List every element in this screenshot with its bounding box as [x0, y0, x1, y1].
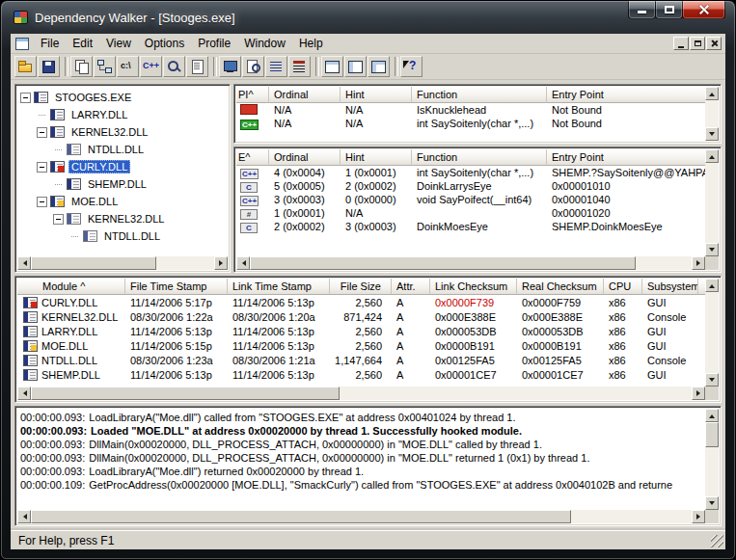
column-header-file-time[interactable]: File Time Stamp — [125, 279, 228, 295]
scroll-right-button[interactable] — [692, 510, 705, 523]
scroll-right-button[interactable] — [692, 387, 705, 400]
scroll-down-button[interactable] — [705, 373, 719, 387]
column-header-attr[interactable]: Attr. — [392, 279, 430, 295]
pane-layout-3-button[interactable] — [368, 56, 390, 77]
column-header-function[interactable]: Function — [412, 149, 547, 166]
scroll-up-button[interactable] — [705, 279, 719, 292]
open-button[interactable] — [14, 56, 37, 77]
scroll-track[interactable] — [705, 447, 719, 496]
scroll-track[interactable] — [705, 100, 719, 127]
export-row[interactable]: C++ 4 (0x0004) 1 (0x0001) int SaySoitenl… — [236, 166, 705, 179]
column-header-function[interactable]: Function — [412, 87, 547, 103]
menu-profile[interactable]: Profile — [191, 34, 237, 53]
tree-node[interactable]: KERNEL32.DLL — [17, 210, 228, 227]
copy-button[interactable] — [70, 56, 93, 77]
scroll-thumb[interactable] — [705, 422, 719, 447]
tree-node[interactable]: NTDLL.DLL — [17, 227, 228, 245]
scroll-thumb[interactable] — [31, 387, 340, 400]
tree-expander[interactable] — [37, 127, 47, 138]
scroll-track[interactable] — [340, 387, 692, 400]
column-header-entry-point[interactable]: Entry Point — [547, 87, 705, 103]
scroll-thumb[interactable] — [250, 256, 636, 270]
scroll-down-button[interactable] — [705, 496, 719, 510]
horizontal-scrollbar[interactable] — [236, 256, 705, 270]
tree-node[interactable]: SHEMP.DLL — [17, 175, 228, 193]
column-header-real-checksum[interactable]: Real Checksum — [517, 279, 604, 295]
tree-node[interactable]: KERNEL32.DLL — [17, 123, 228, 141]
menu-help[interactable]: Help — [292, 34, 330, 53]
tree-expander[interactable] — [53, 179, 64, 190]
tree-node[interactable]: STOOGES.EXE — [17, 89, 228, 106]
column-header-link-time[interactable]: Link Time Stamp — [228, 279, 330, 295]
scroll-up-button[interactable] — [705, 87, 719, 100]
scroll-track[interactable] — [636, 256, 692, 270]
app-icon[interactable] — [14, 11, 28, 24]
context-help-button[interactable] — [400, 56, 423, 77]
module-row[interactable]: MOE.DLL 11/14/2006 5:15p 11/14/2006 5:13… — [17, 338, 705, 353]
start-profiling-button[interactable] — [219, 56, 241, 77]
mdi-minimize-button[interactable] — [673, 37, 689, 50]
module-row[interactable]: SHEMP.DLL 11/14/2006 5:13p 11/14/2006 5:… — [17, 367, 705, 382]
export-row[interactable]: C++ 3 (0x0003) 0 (0x0000) void SayPoifec… — [236, 193, 705, 206]
report-view-button[interactable] — [288, 56, 311, 77]
scroll-left-button[interactable] — [17, 510, 31, 523]
resize-grip[interactable] — [711, 535, 723, 547]
title-bar[interactable]: Dependency Walker - [Stooges.exe] — [1, 1, 735, 34]
find-module-button[interactable] — [242, 56, 264, 77]
column-header-file-size[interactable]: File Size — [330, 279, 392, 295]
menu-options[interactable]: Options — [138, 34, 191, 53]
module-row[interactable]: CURLY.DLL 11/14/2006 5:17p 11/14/2006 5:… — [17, 295, 705, 309]
tree-node[interactable]: NTDLL.DLL — [17, 141, 228, 158]
column-header-ordinal[interactable]: Ordinal — [269, 149, 341, 166]
tree-expander[interactable] — [37, 197, 47, 207]
minimize-button[interactable] — [628, 1, 656, 19]
view-full-paths-button[interactable] — [117, 56, 139, 77]
tree-expander[interactable] — [37, 162, 47, 173]
tree-expander[interactable] — [37, 110, 47, 120]
tree-node[interactable]: LARRY.DLL — [17, 106, 228, 123]
scroll-left-button[interactable] — [17, 387, 31, 400]
column-header-pi[interactable]: PI^ — [236, 87, 269, 103]
vertical-scrollbar[interactable] — [705, 279, 719, 387]
mdi-restore-button[interactable] — [690, 37, 705, 50]
scroll-track[interactable] — [705, 292, 719, 373]
tree-expander[interactable] — [53, 145, 64, 155]
vertical-scrollbar[interactable] — [705, 87, 719, 141]
pane-layout-2-button[interactable] — [344, 56, 367, 77]
column-header-e[interactable]: E^ — [236, 149, 269, 166]
pane-layout-1-button[interactable] — [321, 56, 343, 77]
tree-expander[interactable] — [20, 93, 31, 103]
scroll-track[interactable] — [156, 256, 214, 270]
horizontal-scrollbar[interactable] — [17, 256, 228, 270]
scroll-down-button[interactable] — [705, 127, 719, 141]
scroll-track[interactable] — [705, 163, 719, 243]
scroll-left-button[interactable] — [236, 256, 250, 270]
menu-edit[interactable]: Edit — [66, 34, 99, 53]
horizontal-scrollbar[interactable] — [17, 510, 705, 523]
scroll-right-button[interactable] — [214, 256, 228, 270]
column-header-cpu[interactable]: CPU — [604, 279, 642, 295]
export-row[interactable]: C 5 (0x0005) 2 (0x0002) DoinkLarrysEye 0… — [236, 179, 705, 193]
tree-node[interactable]: CURLY.DLL — [17, 158, 228, 175]
menu-file[interactable]: File — [34, 34, 66, 53]
export-row[interactable]: C 2 (0x0002) 3 (0x0003) DoinkMoesEye SHE… — [236, 220, 705, 233]
scroll-up-button[interactable] — [705, 409, 719, 422]
horizontal-scrollbar[interactable] — [17, 387, 705, 400]
scroll-left-button[interactable] — [17, 256, 31, 270]
import-row[interactable]: C++ N/A N/A int SaySoitenly(char *,...) … — [236, 117, 705, 130]
scroll-down-button[interactable] — [705, 243, 719, 256]
column-header-hint[interactable]: Hint — [341, 149, 412, 166]
scroll-track[interactable] — [571, 510, 692, 523]
column-header-subsystem[interactable]: Subsystem — [642, 279, 698, 295]
import-row[interactable]: N/A N/A IsKnucklehead Not Bound — [236, 103, 705, 117]
tree-expander[interactable] — [69, 231, 80, 242]
scroll-right-button[interactable] — [692, 256, 705, 270]
module-row[interactable]: KERNEL32.DLL 08/30/2006 1:22a 08/30/2006… — [17, 309, 705, 324]
scroll-thumb[interactable] — [31, 256, 156, 270]
tree-expander[interactable] — [53, 214, 64, 225]
list-view-button[interactable] — [265, 56, 287, 77]
column-header-entry-point[interactable]: Entry Point — [547, 149, 705, 166]
export-row[interactable]: # 1 (0x0001) N/A 0x00001020 — [236, 206, 705, 220]
module-row[interactable]: LARRY.DLL 11/14/2006 5:13p 11/14/2006 5:… — [17, 324, 705, 338]
close-button[interactable] — [682, 1, 725, 19]
